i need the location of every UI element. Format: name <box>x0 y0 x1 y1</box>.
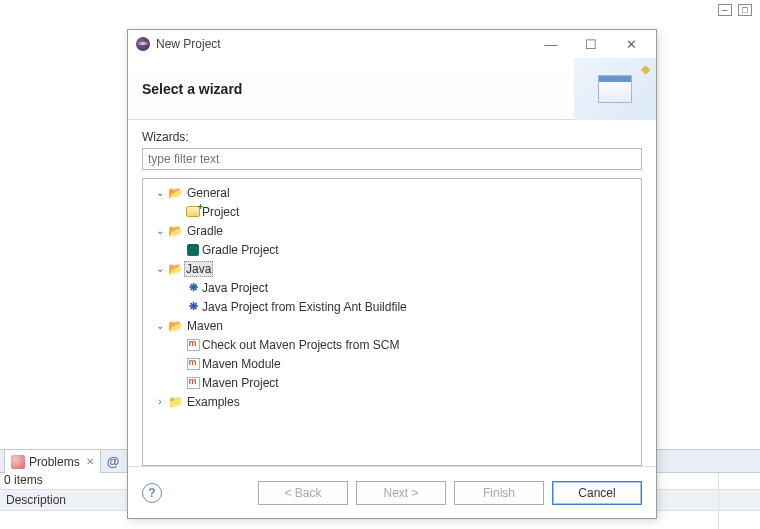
tree-folder-maven[interactable]: ⌄ 📂 Maven <box>145 316 639 335</box>
gradle-icon <box>185 242 201 258</box>
expand-icon[interactable]: ⌄ <box>153 263 167 274</box>
expand-icon[interactable]: ⌄ <box>153 320 167 331</box>
wizards-label: Wizards: <box>142 130 642 144</box>
java-project-icon: ❋ <box>185 280 201 296</box>
finish-button[interactable]: Finish <box>454 481 544 505</box>
javadoc-icon: @ <box>107 454 120 469</box>
selected-node: Java <box>184 261 213 277</box>
banner-title: Select a wizard <box>142 81 242 97</box>
expand-icon[interactable]: ⌄ <box>153 225 167 236</box>
maven-module-icon <box>185 356 201 372</box>
tree-folder-java[interactable]: ⌄ 📂 Java <box>145 259 639 278</box>
new-project-dialog: New Project — ☐ ✕ Select a wizard ◆ Wiza… <box>127 29 657 519</box>
tree-item-maven-scm[interactable]: Check out Maven Projects from SCM <box>145 335 639 354</box>
folder-open-icon: 📂 <box>167 318 183 334</box>
folder-open-icon: 📂 <box>167 185 183 201</box>
tree-item-java-ant-project[interactable]: ❋ Java Project from Existing Ant Buildfi… <box>145 297 639 316</box>
close-icon[interactable]: ✕ <box>86 456 94 467</box>
next-button[interactable]: Next > <box>356 481 446 505</box>
wizard-banner-image: ◆ <box>574 58 656 120</box>
folder-open-icon: 📂 <box>167 261 183 277</box>
expand-icon[interactable]: ⌄ <box>153 187 167 198</box>
eclipse-icon <box>136 37 150 51</box>
folder-open-icon: 📂 <box>167 223 183 239</box>
workbench-maximize-icon[interactable]: □ <box>738 4 752 16</box>
dialog-close-button[interactable]: ✕ <box>614 33 648 55</box>
wizard-tree[interactable]: ⌄ 📂 General Project ⌄ 📂 Gradle Gradle Pr… <box>142 178 642 466</box>
tab-label: Problems <box>29 455 80 469</box>
maven-scm-icon <box>185 337 201 353</box>
dialog-maximize-button[interactable]: ☐ <box>574 33 608 55</box>
dialog-body: Wizards: ⌄ 📂 General Project ⌄ 📂 Gradle <box>128 120 656 466</box>
folder-icon: 📁 <box>167 394 183 410</box>
filter-input[interactable] <box>142 148 642 170</box>
tree-item-maven-module[interactable]: Maven Module <box>145 354 639 373</box>
column-divider[interactable] <box>718 473 719 529</box>
workbench-minimize-icon[interactable]: – <box>718 4 732 16</box>
tree-item-maven-project[interactable]: Maven Project <box>145 373 639 392</box>
help-button[interactable]: ? <box>142 483 162 503</box>
tree-folder-gradle[interactable]: ⌄ 📂 Gradle <box>145 221 639 240</box>
workbench-window-controls: – □ <box>718 4 752 16</box>
tree-item-java-project[interactable]: ❋ Java Project <box>145 278 639 297</box>
maven-project-icon <box>185 375 201 391</box>
cancel-button[interactable]: Cancel <box>552 481 642 505</box>
java-ant-icon: ❋ <box>185 299 201 315</box>
back-button[interactable]: < Back <box>258 481 348 505</box>
tab-javadoc[interactable]: @ <box>101 449 126 473</box>
dialog-title: New Project <box>156 37 528 51</box>
tree-folder-examples[interactable]: › 📁 Examples <box>145 392 639 411</box>
problems-icon <box>11 455 25 469</box>
project-icon <box>185 204 201 220</box>
tab-problems[interactable]: Problems ✕ <box>4 449 101 473</box>
collapse-icon[interactable]: › <box>153 396 167 407</box>
dialog-titlebar[interactable]: New Project — ☐ ✕ <box>128 30 656 58</box>
tree-item-project[interactable]: Project <box>145 202 639 221</box>
tree-folder-general[interactable]: ⌄ 📂 General <box>145 183 639 202</box>
dialog-banner: Select a wizard ◆ <box>128 58 656 120</box>
tree-item-gradle-project[interactable]: Gradle Project <box>145 240 639 259</box>
dialog-minimize-button[interactable]: — <box>534 33 568 55</box>
dialog-button-bar: ? < Back Next > Finish Cancel <box>128 466 656 518</box>
